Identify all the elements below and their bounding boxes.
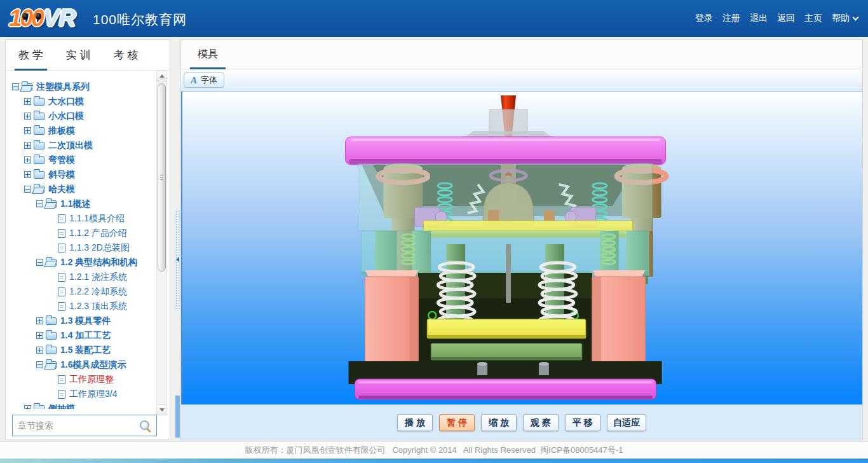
viewer-toolbar: A 字体 (181, 69, 862, 92)
search-icon[interactable] (139, 420, 151, 432)
folder-icon (34, 405, 44, 410)
expand-icon[interactable] (36, 317, 43, 324)
nav-home[interactable]: 主页 (804, 13, 822, 24)
document-icon (58, 375, 65, 384)
mold-3d-model (182, 92, 862, 404)
tree-item[interactable]: 1.6模具成型演示 (6, 357, 159, 372)
chapter-search-input[interactable] (13, 420, 139, 431)
folder-open-icon (46, 361, 57, 369)
tree-item[interactable]: 斜导模 (6, 167, 159, 182)
tree-item[interactable]: 二次顶出模 (6, 138, 159, 153)
tab-mold[interactable]: 模具 (190, 40, 226, 69)
folder-open-icon (22, 83, 32, 91)
nav-register[interactable]: 注册 (722, 13, 740, 24)
tree-item-label: 1.2 典型结构和机构 (60, 257, 137, 268)
tree-item[interactable]: 大水口模 (6, 94, 159, 109)
sidebar-tabs: 教 学实 训考 核 (6, 40, 170, 71)
expand-icon[interactable] (24, 405, 31, 409)
triangle-up-icon (159, 74, 165, 78)
collapse-icon[interactable] (36, 259, 43, 266)
logo-vr-text: VR (44, 5, 75, 32)
control-button-pause[interactable]: 暂 停 (439, 414, 475, 431)
folder-icon (46, 332, 57, 340)
header: 100 VR 100唯尔教育网 登录注册退出返回主页帮助 (0, 0, 868, 37)
tree-item[interactable]: 1.1.1模具介绍 (6, 211, 159, 226)
tree-item[interactable]: 1.1.3 2D总装图 (6, 240, 159, 255)
chapter-search-box (12, 415, 157, 436)
tree-item-label: 工作原理3/4 (69, 389, 117, 400)
site-logo[interactable]: 100 VR (9, 4, 75, 33)
scrollbar-thumb[interactable] (158, 83, 166, 272)
expand-icon[interactable] (24, 156, 31, 163)
nav-back[interactable]: 返回 (777, 13, 795, 24)
font-button[interactable]: A 字体 (184, 73, 224, 88)
tab-mold-label: 模具 (198, 48, 218, 61)
tree-item[interactable]: 弯管模 (6, 153, 159, 167)
tree-item[interactable]: 1.5 装配工艺 (6, 343, 159, 357)
tree-item[interactable]: 工作原理整 (6, 372, 159, 387)
tree-item[interactable]: 1.1.2 产品介绍 (6, 226, 159, 240)
viewer-controls: 播 放暂 停缩 放观 察平 移自适应 (181, 404, 862, 441)
control-button-fit[interactable]: 自适应 (607, 414, 646, 431)
expand-icon[interactable] (36, 332, 43, 339)
tree-item[interactable]: 小水口模 (6, 109, 159, 123)
collapse-icon[interactable] (36, 200, 43, 207)
nav-login[interactable]: 登录 (695, 13, 713, 24)
tree-item[interactable]: 推板模 (6, 123, 159, 138)
main-panel: 模具 A 字体 (180, 39, 863, 440)
logo-eye-icon (22, 13, 28, 20)
tab-training[interactable]: 实 训 (66, 40, 91, 70)
document-icon (58, 302, 65, 311)
header-nav: 登录注册退出返回主页帮助 (695, 0, 858, 37)
control-button-zoom[interactable]: 缩 放 (481, 414, 517, 431)
collapse-arrow-icon (176, 257, 179, 262)
expand-icon[interactable] (24, 171, 31, 178)
tree-item[interactable]: 1.2.2 冷却系统 (6, 284, 159, 299)
nav-help[interactable]: 帮助 (832, 13, 858, 24)
tree-item-label: 注塑模具系列 (36, 81, 90, 93)
tab-teaching[interactable]: 教 学 (18, 40, 43, 70)
expand-icon[interactable] (24, 113, 31, 120)
scroll-up-button[interactable] (157, 71, 166, 81)
tree-item[interactable]: 1.4 加工工艺 (6, 328, 159, 343)
chevron-down-icon (853, 14, 859, 20)
tree-item-label: 1.5 装配工艺 (60, 345, 111, 356)
tree-item[interactable]: 1.1概述 (6, 197, 159, 211)
tree-item[interactable]: 1.2.3 顶出系统 (6, 299, 159, 314)
folder-open-icon (34, 186, 44, 193)
expand-icon[interactable] (24, 98, 31, 105)
expand-icon[interactable] (36, 347, 43, 354)
tree-item-label: 侧抽模 (48, 403, 75, 410)
collapse-icon[interactable] (36, 361, 43, 368)
document-icon (58, 244, 65, 252)
tree-item[interactable]: 侧抽模 (6, 401, 159, 409)
tree-item[interactable]: 1.2 典型结构和机构 (6, 255, 159, 270)
tree-item[interactable]: 工作原理3/4 (6, 387, 159, 401)
tree-item[interactable]: 1.2.1 浇注系统 (6, 270, 159, 284)
tree-item[interactable]: 1.3 模具零件 (6, 314, 159, 328)
collapse-icon[interactable] (12, 83, 19, 90)
tree-item[interactable]: 注塑模具系列 (6, 79, 159, 94)
bottom-strip (0, 459, 868, 463)
tree-item-label: 斜导模 (48, 169, 75, 181)
tree-item-label: 1.6模具成型演示 (60, 359, 126, 371)
expand-icon[interactable] (24, 127, 31, 134)
control-button-play[interactable]: 播 放 (397, 414, 433, 431)
tree-item-label: 大水口模 (48, 96, 84, 107)
expand-icon[interactable] (24, 142, 31, 149)
tab-assessment[interactable]: 考 核 (113, 40, 138, 70)
folder-icon (34, 171, 44, 179)
tree-item-label: 1.2.3 顶出系统 (69, 301, 127, 312)
control-button-pan[interactable]: 平 移 (565, 414, 600, 431)
app-window: 100 VR 100唯尔教育网 登录注册退出返回主页帮助 教 学实 训考 核 注… (0, 0, 868, 463)
tree-item-label: 二次顶出模 (48, 140, 93, 151)
control-button-observe[interactable]: 观 察 (523, 414, 559, 431)
collapse-icon[interactable] (24, 186, 31, 193)
nav-logout[interactable]: 退出 (750, 13, 768, 24)
folder-icon (34, 142, 44, 149)
sidebar-scrollbar[interactable] (156, 71, 167, 415)
tree-item[interactable]: 哈夫模 (6, 182, 159, 197)
mold-viewer[interactable] (181, 92, 862, 404)
scroll-down-button[interactable] (157, 404, 166, 415)
tree-item-label: 推板模 (48, 125, 75, 137)
